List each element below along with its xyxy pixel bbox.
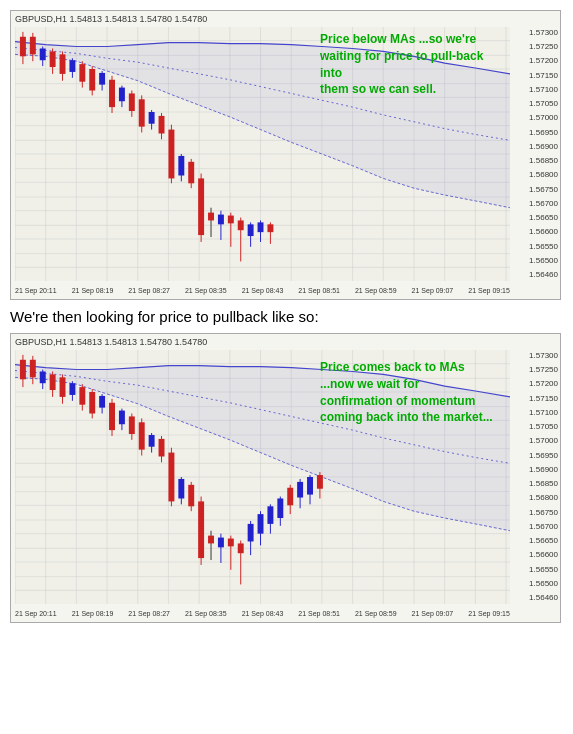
- chart1-time-axis: 21 Sep 20:11 21 Sep 08:19 21 Sep 08:27 2…: [15, 283, 510, 297]
- svg-rect-145: [139, 422, 145, 449]
- svg-rect-121: [20, 360, 26, 380]
- svg-rect-153: [178, 479, 184, 499]
- svg-rect-129: [60, 377, 66, 397]
- svg-rect-63: [159, 116, 165, 134]
- chart1: GBPUSD,H1 1.54813 1.54813 1.54780 1.5478…: [10, 10, 561, 300]
- svg-rect-49: [89, 69, 95, 90]
- chart2-header: GBPUSD,H1 1.54813 1.54813 1.54780 1.5478…: [15, 337, 207, 347]
- svg-rect-171: [267, 506, 273, 524]
- svg-rect-175: [287, 488, 293, 506]
- svg-rect-41: [50, 51, 56, 67]
- svg-rect-73: [208, 213, 214, 221]
- svg-rect-43: [60, 54, 66, 74]
- svg-rect-57: [129, 93, 135, 111]
- svg-rect-127: [50, 374, 56, 390]
- svg-rect-75: [218, 215, 224, 225]
- svg-rect-61: [149, 112, 155, 124]
- svg-rect-151: [168, 453, 174, 502]
- svg-rect-69: [188, 162, 194, 183]
- svg-rect-35: [20, 37, 26, 57]
- svg-rect-71: [198, 178, 204, 235]
- svg-rect-165: [238, 543, 244, 553]
- chart2-time-axis: 21 Sep 20:11 21 Sep 08:19 21 Sep 08:27 2…: [15, 606, 510, 620]
- svg-rect-55: [119, 88, 125, 102]
- svg-rect-131: [69, 383, 75, 395]
- svg-rect-167: [248, 524, 254, 542]
- svg-rect-53: [109, 80, 115, 107]
- svg-rect-81: [248, 224, 254, 236]
- svg-rect-135: [89, 392, 95, 413]
- svg-rect-181: [317, 475, 323, 489]
- svg-rect-45: [69, 60, 75, 72]
- chart2-price-axis: 1.57300 1.57250 1.57200 1.57150 1.57100 …: [512, 350, 560, 604]
- svg-rect-47: [79, 64, 85, 82]
- svg-rect-169: [258, 514, 264, 534]
- chart1-annotation: Price below MAs ...so we're waiting for …: [320, 31, 505, 98]
- svg-rect-147: [149, 435, 155, 447]
- svg-rect-173: [277, 498, 283, 518]
- svg-rect-79: [238, 220, 244, 230]
- svg-rect-161: [218, 538, 224, 548]
- chart2-annotation: Price comes back to MAs ...now we wait f…: [320, 359, 505, 426]
- between-text: We're then looking for price to pullback…: [10, 300, 563, 333]
- svg-rect-143: [129, 416, 135, 434]
- svg-rect-65: [168, 130, 174, 179]
- svg-rect-37: [30, 37, 36, 55]
- svg-rect-125: [40, 371, 46, 383]
- chart1-header: GBPUSD,H1 1.54813 1.54813 1.54780 1.5478…: [15, 14, 207, 24]
- svg-rect-139: [109, 403, 115, 430]
- svg-rect-159: [208, 536, 214, 544]
- svg-rect-51: [99, 73, 105, 85]
- chart2: GBPUSD,H1 1.54813 1.54813 1.54780 1.5478…: [10, 333, 561, 623]
- svg-rect-155: [188, 485, 194, 506]
- svg-rect-141: [119, 411, 125, 425]
- svg-rect-39: [40, 48, 46, 60]
- svg-rect-77: [228, 216, 234, 224]
- svg-rect-163: [228, 539, 234, 547]
- svg-rect-67: [178, 156, 184, 176]
- chart1-price-axis: 1.57300 1.57250 1.57200 1.57150 1.57100 …: [512, 27, 560, 281]
- svg-rect-137: [99, 396, 105, 408]
- svg-rect-149: [159, 439, 165, 457]
- svg-rect-177: [297, 482, 303, 498]
- svg-rect-59: [139, 99, 145, 126]
- svg-rect-157: [198, 501, 204, 558]
- svg-rect-133: [79, 387, 85, 405]
- svg-rect-179: [307, 477, 313, 495]
- svg-rect-83: [258, 222, 264, 232]
- svg-rect-85: [267, 224, 273, 232]
- svg-rect-123: [30, 360, 36, 378]
